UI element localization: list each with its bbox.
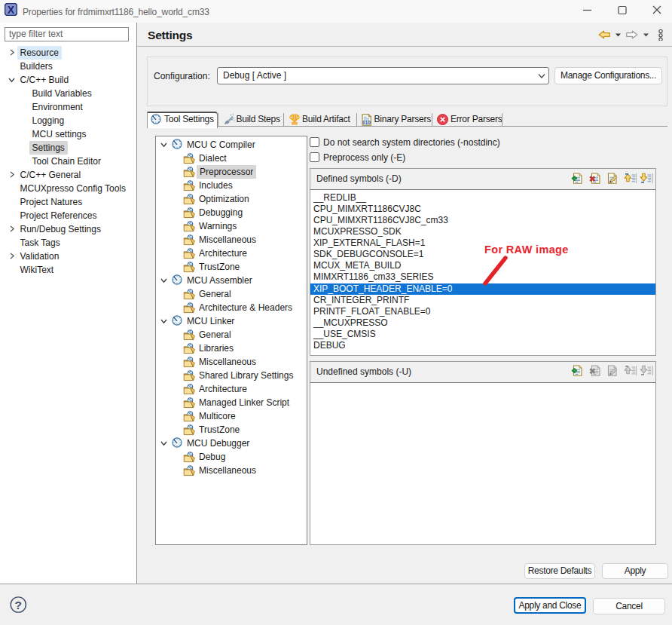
svg-text:010: 010 xyxy=(362,120,371,125)
svg-text:X: X xyxy=(8,4,15,16)
svg-text:?: ? xyxy=(15,598,22,611)
